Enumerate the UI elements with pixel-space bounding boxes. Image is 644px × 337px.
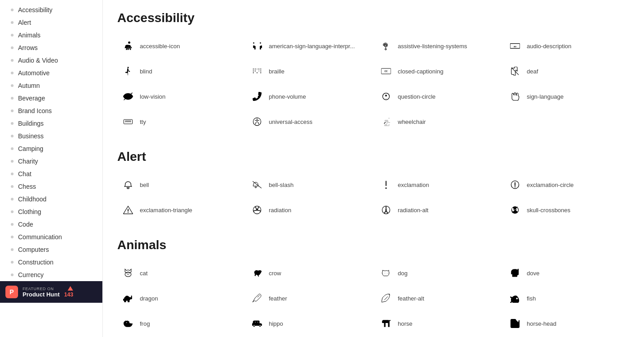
icon-item[interactable]: sign-language <box>504 87 630 106</box>
svg-point-10 <box>255 70 256 71</box>
svg-point-15 <box>260 68 261 69</box>
product-hunt-badge[interactable]: P FEATURED ON Product Hunt 143 <box>0 281 102 303</box>
icon-grid: bellbell-slashexclamationexclamation-cir… <box>117 175 630 220</box>
icon-label: bell-slash <box>269 182 294 188</box>
sidebar-dot <box>11 210 14 213</box>
icon-label: exclamation-triangle <box>140 207 192 214</box>
sidebar-item-label: Brand Icons <box>18 107 52 114</box>
icon-item[interactable]: radiation <box>246 200 372 220</box>
sidebar-item-charity[interactable]: Charity <box>0 155 102 168</box>
icon-item[interactable]: cat <box>117 263 243 283</box>
icon-item[interactable]: horse <box>375 314 501 333</box>
icon-item[interactable]: hippo <box>246 314 372 333</box>
icon-item[interactable]: accessible-icon <box>117 36 243 56</box>
icon-item[interactable]: low-vision <box>117 87 243 106</box>
icon-item[interactable]: radiation-alt <box>375 200 501 220</box>
icon-item[interactable]: exclamation <box>375 175 501 195</box>
horse-head-icon <box>508 316 522 331</box>
svg-point-51 <box>126 322 127 323</box>
icon-item[interactable]: ADaudio-description <box>504 36 630 56</box>
icon-item[interactable]: feather-alt <box>375 288 501 308</box>
sidebar-dot <box>11 248 14 251</box>
icon-item[interactable]: fish <box>504 288 630 308</box>
icon-item[interactable]: horse-head <box>504 314 630 333</box>
sidebar-item-arrows[interactable]: Arrows <box>0 41 102 54</box>
icon-label: phone-volume <box>269 93 306 100</box>
sign-language-icon <box>508 89 522 104</box>
icon-item[interactable]: universal-access <box>246 112 372 132</box>
icon-label: crow <box>269 270 281 277</box>
icon-item[interactable]: frog <box>117 314 243 333</box>
sidebar-item-brand-icons[interactable]: Brand Icons <box>0 105 102 117</box>
sidebar-item-communication[interactable]: Communication <box>0 231 102 243</box>
icon-item[interactable]: assistive-listening-systems <box>375 36 501 56</box>
icon-item[interactable]: skull-crossbones <box>504 200 630 220</box>
sidebar-dot <box>11 273 14 276</box>
icon-item[interactable]: tty <box>117 112 243 132</box>
icon-item[interactable]: feather <box>246 288 372 308</box>
icon-item[interactable]: question-circle <box>375 87 501 106</box>
svg-point-12 <box>257 73 258 73</box>
icon-item[interactable]: dragon <box>117 288 243 308</box>
sidebar-item-buildings[interactable]: Buildings <box>0 117 102 130</box>
dragon-icon <box>121 291 135 305</box>
icon-label: sign-language <box>527 93 564 100</box>
frog-icon <box>121 316 135 331</box>
bell-icon <box>121 178 135 192</box>
icon-item[interactable]: exclamation-triangle <box>117 200 243 220</box>
sidebar-item-clothing[interactable]: Clothing <box>0 205 102 218</box>
sidebar-item-camping[interactable]: Camping <box>0 142 102 155</box>
icon-item[interactable]: blind <box>117 61 243 81</box>
horse-icon <box>379 316 393 331</box>
sidebar-item-automotive[interactable]: Automotive <box>0 67 102 79</box>
icon-item[interactable]: braille <box>246 61 372 81</box>
icon-label: audio-description <box>527 43 571 50</box>
icon-item[interactable]: dove <box>504 263 630 283</box>
icon-label: dog <box>398 270 408 277</box>
icon-item[interactable]: wheelchair <box>375 112 501 132</box>
sidebar-dot <box>11 9 14 11</box>
svg-point-44 <box>513 209 514 210</box>
icon-label: closed-captioning <box>398 68 443 75</box>
sidebar-item-childhood[interactable]: Childhood <box>0 193 102 205</box>
svg-point-50 <box>387 273 387 273</box>
sidebar-item-chat[interactable]: Chat <box>0 168 102 180</box>
sidebar-item-beverage[interactable]: Beverage <box>0 92 102 105</box>
sidebar-item-label: Business <box>18 132 44 140</box>
icon-item[interactable]: deaf <box>504 61 630 81</box>
section-title: Animals <box>117 238 630 252</box>
icon-item[interactable]: bell <box>117 175 243 195</box>
sidebar-item-accessibility[interactable]: Accessibility <box>0 4 102 16</box>
icon-item[interactable]: dog <box>375 263 501 283</box>
icon-item[interactable]: phone-volume <box>246 87 372 106</box>
sidebar-item-construction[interactable]: Construction <box>0 256 102 269</box>
ph-text: FEATURED ON Product Hunt <box>23 287 60 298</box>
svg-point-24 <box>125 122 126 122</box>
icon-item[interactable]: CCclosed-captioning <box>375 61 501 81</box>
sidebar-item-alert[interactable]: Alert <box>0 16 102 29</box>
icon-item[interactable]: bell-slash <box>246 175 372 195</box>
sidebar-dot <box>11 198 14 200</box>
svg-point-6 <box>253 68 254 69</box>
icon-item[interactable]: crow <box>246 263 372 283</box>
sidebar-item-chess[interactable]: Chess <box>0 180 102 193</box>
svg-point-49 <box>385 273 385 273</box>
sidebar-item-code[interactable]: Code <box>0 218 102 231</box>
sidebar-item-label: Charity <box>18 158 38 165</box>
icon-item[interactable]: american-sign-language-interpr... <box>246 36 372 56</box>
main-content: Accessibilityaccessible-iconamerican-sig… <box>103 0 644 337</box>
sidebar-item-computers[interactable]: Computers <box>0 243 102 256</box>
icon-item[interactable]: exclamation-circle <box>504 175 630 195</box>
sidebar-item-audio---video[interactable]: Audio & Video <box>0 54 102 67</box>
sidebar-item-label: Animals <box>18 32 41 39</box>
sidebar-item-autumn[interactable]: Autumn <box>0 79 102 92</box>
sidebar-item-animals[interactable]: Animals <box>0 29 102 41</box>
sidebar-item-label: Accessibility <box>18 6 52 14</box>
icon-label: feather-alt <box>398 295 424 302</box>
sidebar-item-currency[interactable]: Currency <box>0 269 102 281</box>
sidebar-item-business[interactable]: Business <box>0 130 102 142</box>
feather-alt-icon <box>379 291 393 305</box>
icon-label: braille <box>269 68 285 75</box>
sidebar-dot <box>11 34 14 36</box>
section-title: Alert <box>117 150 630 164</box>
